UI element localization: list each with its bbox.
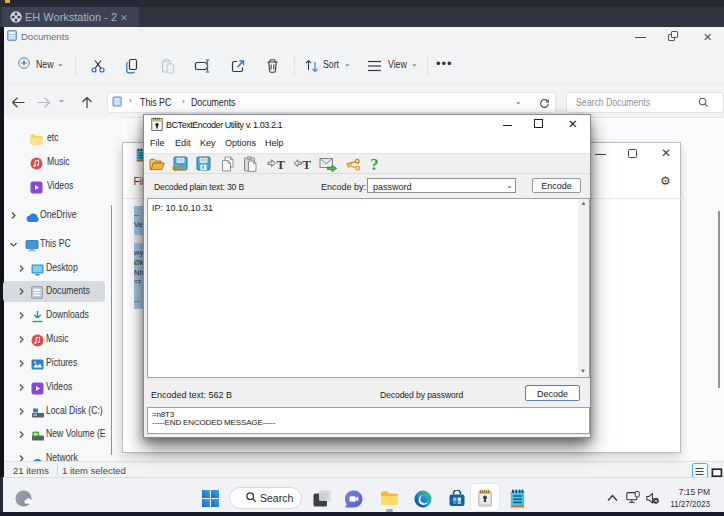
svg-text:T: T (303, 158, 312, 172)
svg-text:?: ? (370, 155, 378, 173)
svg-text:T: T (277, 158, 286, 172)
